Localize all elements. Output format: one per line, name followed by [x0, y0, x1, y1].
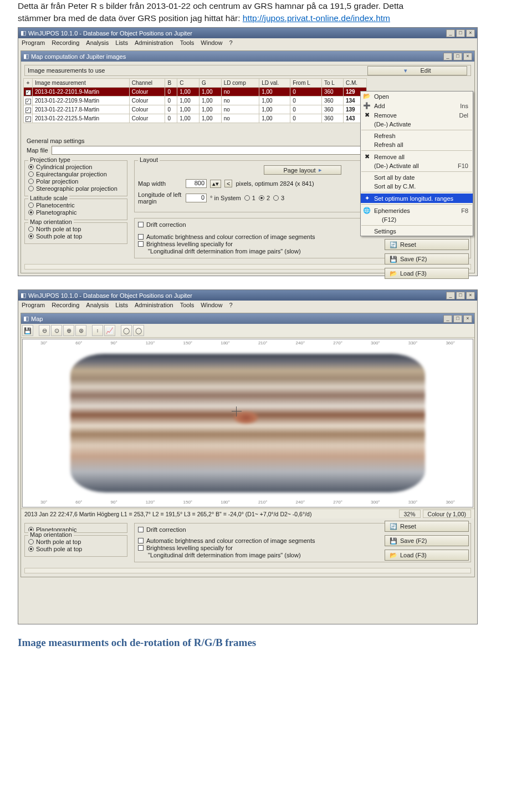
orientation-option[interactable]: North pole at top: [28, 538, 124, 545]
latitude-option[interactable]: Planetocentric: [28, 202, 124, 209]
table-row[interactable]: 2013-01-22-2109.9-MartinColour01,001,00n…: [24, 96, 367, 105]
orientation-option[interactable]: South pole at top: [28, 546, 124, 552]
menu-item[interactable]: (De-) Activate: [361, 120, 473, 129]
page-layout-button[interactable]: Page layout ▸: [264, 165, 341, 175]
zoom-fit-icon[interactable]: ⊙: [51, 325, 62, 336]
projection-option[interactable]: Polar projection: [28, 178, 124, 185]
projection-option[interactable]: Equirectangular projection: [28, 171, 124, 177]
table-row[interactable]: 2013-01-22-2101.9-MartinColour01,001,00n…: [24, 88, 367, 96]
map-viewport[interactable]: 30°60°90°120°150°180°210°240°270°300°330…: [22, 339, 473, 507]
menu-help[interactable]: ?: [229, 39, 232, 47]
shrink-icon[interactable]: ↕: [92, 325, 103, 336]
col-header[interactable]: +: [24, 79, 33, 88]
col-header[interactable]: LD comp: [221, 79, 259, 88]
menu-administration[interactable]: Administration: [135, 39, 173, 47]
auto-brightness-check2[interactable]: [138, 538, 144, 543]
menu-recording[interactable]: Recording: [52, 39, 79, 47]
menu-tools[interactable]: Tools: [180, 302, 195, 309]
menu-program[interactable]: Program: [22, 39, 45, 47]
menu-tools[interactable]: Tools: [180, 39, 195, 47]
menu-window[interactable]: Window: [201, 302, 222, 309]
menu-administration[interactable]: Administration: [135, 302, 173, 309]
child-minimize-button[interactable]: _: [443, 53, 452, 60]
menu-item[interactable]: ✦Set optimum longitud. ranges: [361, 194, 473, 203]
col-header[interactable]: Channel: [129, 79, 165, 88]
menu-item[interactable]: ✖Remove all: [361, 152, 473, 161]
maximize-button[interactable]: □: [456, 292, 465, 299]
col-header[interactable]: To L: [321, 79, 343, 88]
system-1-radio[interactable]: 1: [244, 195, 255, 201]
minimize-button[interactable]: _: [446, 29, 455, 37]
close-button[interactable]: ×: [466, 292, 475, 299]
menu-item[interactable]: (De-) Activate allF10: [361, 161, 473, 170]
system-2-radio[interactable]: 2: [259, 195, 270, 201]
save-button[interactable]: 💾Save (F2): [385, 253, 469, 265]
menu-lists[interactable]: Lists: [115, 302, 128, 309]
jupos-link[interactable]: http://jupos.privat.t-online.de/index.ht…: [243, 13, 390, 23]
col-header[interactable]: G: [199, 79, 221, 88]
load-button[interactable]: 📂Load (F3): [385, 268, 469, 279]
circle1-icon[interactable]: ◯: [121, 325, 132, 336]
reset-button[interactable]: 🔄Reset: [385, 239, 469, 250]
menu-analysis[interactable]: Analysis: [86, 39, 109, 47]
menu-item[interactable]: Settings: [361, 227, 473, 236]
menu-recording[interactable]: Recording: [52, 302, 79, 309]
col-header[interactable]: B: [165, 79, 177, 88]
menu-item[interactable]: Refresh: [361, 131, 473, 140]
col-header[interactable]: C: [177, 79, 200, 88]
mapwidth-input[interactable]: 800: [186, 179, 207, 188]
maximize-button[interactable]: □: [456, 29, 465, 37]
orientation-option[interactable]: South pole at top: [28, 233, 124, 240]
measurements-table[interactable]: +Image measurementChannelBCGLD compLD va…: [23, 78, 367, 123]
zoom-out-icon[interactable]: ⊖: [39, 325, 50, 336]
minimize-button[interactable]: _: [446, 292, 455, 299]
auto-brightness-check[interactable]: [138, 234, 144, 240]
menu-window[interactable]: Window: [201, 39, 222, 47]
orientation-option[interactable]: North pole at top: [28, 226, 124, 232]
menu-item[interactable]: 📂Open: [361, 92, 473, 101]
save-button[interactable]: 💾Save (F2): [385, 535, 469, 546]
save-icon[interactable]: 💾: [22, 325, 33, 336]
menu-item[interactable]: (F12): [361, 215, 473, 224]
reset-button[interactable]: 🔄Reset: [385, 521, 469, 532]
menu-program[interactable]: Program: [22, 302, 45, 309]
child-maximize-button[interactable]: □: [453, 53, 462, 60]
col-header[interactable]: C.M.: [343, 79, 366, 88]
system-3-radio[interactable]: 3: [273, 195, 284, 201]
col-header[interactable]: From L: [290, 79, 322, 88]
brightness-levelling-check2[interactable]: [138, 545, 144, 551]
row-check[interactable]: [25, 90, 31, 95]
menu-item[interactable]: ➕AddIns: [361, 101, 473, 110]
longitude-input[interactable]: 0: [186, 194, 207, 202]
brightness-levelling-check[interactable]: [138, 241, 144, 247]
child-maximize-button[interactable]: □: [453, 315, 462, 323]
menu-item[interactable]: Sort all by C.M.: [361, 182, 473, 191]
child-minimize-button[interactable]: _: [443, 315, 452, 323]
menu-item[interactable]: 🌐EphemeridesF8: [361, 206, 473, 215]
menu-item[interactable]: Refresh all: [361, 140, 473, 149]
menu-item[interactable]: ✖RemoveDel: [361, 110, 473, 120]
mapwidth-spinner[interactable]: ▴▾: [210, 180, 221, 188]
menu-lists[interactable]: Lists: [115, 39, 128, 47]
latitude-option[interactable]: Planetographic: [28, 209, 124, 216]
load-button[interactable]: 📂Load (F3): [385, 550, 469, 561]
projection-option[interactable]: Stereographic polar projection: [28, 185, 124, 192]
menu-item[interactable]: Sort all by date: [361, 173, 473, 182]
table-row[interactable]: 2013-01-22-2117.8-MartinColour01,001,00n…: [24, 105, 367, 114]
col-header[interactable]: LD val.: [259, 79, 290, 88]
circle2-icon[interactable]: ◯: [133, 325, 144, 336]
row-check[interactable]: [25, 99, 31, 104]
zoom-reset-icon[interactable]: ⊛: [75, 325, 86, 336]
row-check[interactable]: [25, 116, 31, 122]
chart-icon[interactable]: 📈: [104, 325, 115, 336]
col-header[interactable]: Image measurement: [33, 79, 130, 88]
menu-analysis[interactable]: Analysis: [86, 302, 109, 309]
close-button[interactable]: ×: [466, 29, 475, 37]
projection-option[interactable]: Cylindrical projection: [28, 164, 124, 170]
drift-correction-check[interactable]: [138, 222, 144, 227]
child-close-button[interactable]: ×: [463, 315, 472, 323]
edit-button[interactable]: ▾ Edit: [367, 66, 467, 75]
child-close-button[interactable]: ×: [463, 53, 472, 60]
row-check[interactable]: [25, 108, 31, 113]
menu-help[interactable]: ?: [229, 302, 232, 309]
